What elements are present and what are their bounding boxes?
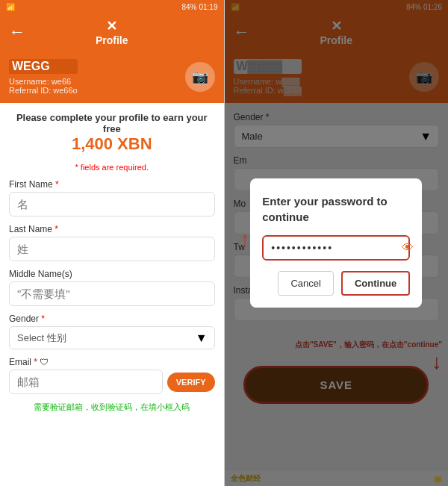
left-email-star: * xyxy=(34,357,37,367)
right-eye-icon[interactable]: 👁 xyxy=(402,241,414,255)
left-middle-name-field: Middle Name(s) xyxy=(9,269,215,306)
left-status-bar: 📶 84% 01:19 xyxy=(0,0,224,13)
left-gender-select[interactable]: Select 性别 Male Female Other xyxy=(9,326,215,349)
left-signal-icon: 📶 xyxy=(6,3,15,11)
left-gender-field: Gender * Select 性别 Male Female Other ▼ xyxy=(9,314,215,349)
right-password-input[interactable] xyxy=(271,242,402,254)
left-gender-label: Gender * xyxy=(9,314,215,324)
left-gender-star: * xyxy=(41,314,45,324)
left-logo-x: ✕ xyxy=(106,18,117,34)
left-verify-button[interactable]: VERIFY xyxy=(167,373,215,392)
left-email-label: Email * 🛡 xyxy=(9,357,215,367)
left-username: WEGG xyxy=(9,59,78,74)
left-middle-name-input[interactable] xyxy=(9,281,215,306)
left-time: 01:19 xyxy=(199,3,217,11)
left-first-name-field: First Name * xyxy=(9,179,215,216)
left-camera-icon: 📷 xyxy=(192,69,208,85)
left-profile-info-bar: WEGG Username: we66 Referral ID: we66o 📷 xyxy=(0,51,224,103)
left-email-input-wrap xyxy=(9,370,163,394)
right-cancel-button[interactable]: Cancel xyxy=(278,271,333,296)
left-back-button[interactable]: ← xyxy=(9,22,25,42)
right-phone-panel: 📶 84% 01:26 ← ✕ Profile W▓▓▓▓ Username: … xyxy=(225,0,449,486)
left-first-name-label: First Name * xyxy=(9,179,215,190)
right-modal-buttons: Cancel Continue xyxy=(262,271,410,296)
left-phone-panel: 📶 84% 01:19 ← ✕ Profile WEGG Username: w… xyxy=(0,0,224,486)
left-earn-text: Please complete your profile to earn you… xyxy=(9,112,215,134)
left-earn-banner: Please complete your profile to earn you… xyxy=(9,112,215,154)
left-last-name-star: * xyxy=(55,224,58,234)
left-last-name-input[interactable] xyxy=(9,237,215,261)
left-last-name-label: Last Name * xyxy=(9,224,215,234)
left-username-detail: Username: we66 xyxy=(9,77,78,86)
left-first-name-star: * xyxy=(55,179,59,190)
right-continue-button[interactable]: Continue xyxy=(341,271,410,296)
left-referral-detail: Referral ID: we66o xyxy=(9,86,78,95)
left-middle-name-label: Middle Name(s) xyxy=(9,269,215,279)
left-gender-select-wrapper: Select 性别 Male Female Other ▼ xyxy=(9,326,215,349)
left-camera-button[interactable]: 📷 xyxy=(185,62,215,92)
left-first-name-input[interactable] xyxy=(9,192,215,216)
left-email-row: VERIFY xyxy=(9,370,215,394)
left-status-right: 84% 01:19 xyxy=(181,3,217,11)
right-modal-overlay: Enter your password to continue ↑ 👁 Canc… xyxy=(225,0,449,486)
left-earn-amount: 1,400 XBN xyxy=(9,134,215,154)
right-arrow-up-icon: ↑ xyxy=(240,228,250,252)
left-battery: 84% xyxy=(181,3,196,11)
right-modal-box: Enter your password to continue ↑ 👁 Canc… xyxy=(250,178,422,308)
right-modal-title: Enter your password to continue xyxy=(262,193,410,225)
left-bottom-annotation: 需要验证邮箱，收到验证码，在填小框入码 xyxy=(9,402,215,413)
left-profile-text: WEGG Username: we66 Referral ID: we66o xyxy=(9,59,78,95)
left-email-field: Email * 🛡 VERIFY xyxy=(9,357,215,394)
left-required-note: * fields are required. xyxy=(9,163,215,172)
left-header: ← ✕ Profile xyxy=(0,13,224,51)
left-email-input[interactable] xyxy=(9,370,163,394)
left-header-title: Profile xyxy=(96,34,128,46)
left-header-logo: ✕ Profile xyxy=(96,18,128,46)
left-form-container: Please complete your profile to earn you… xyxy=(0,103,224,486)
left-last-name-field: Last Name * xyxy=(9,224,215,261)
right-modal-input-wrap: 👁 xyxy=(262,235,410,261)
